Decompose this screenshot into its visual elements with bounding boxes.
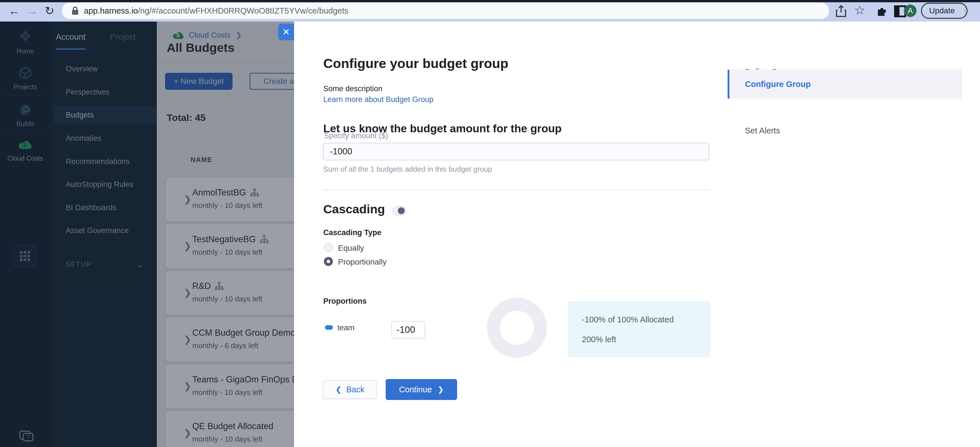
browser-update-button[interactable]: Update ⋮	[921, 3, 967, 19]
toggle-knob	[398, 208, 405, 214]
step-configure-group[interactable]: Configure Group	[745, 79, 811, 89]
share-icon[interactable]	[835, 5, 847, 17]
cascading-toggle[interactable]	[393, 206, 406, 216]
budget-amount-input[interactable]: -1000	[323, 143, 709, 160]
modal-close-button[interactable]: ✕	[278, 24, 294, 40]
back-button[interactable]: ❮Back	[323, 380, 377, 399]
browser-back-icon[interactable]: ←	[8, 4, 20, 17]
section-divider	[323, 190, 709, 190]
allocation-donut-chart	[487, 298, 547, 358]
radio-equally[interactable]	[324, 243, 333, 252]
back-label: Back	[346, 385, 364, 394]
team-proportion-input[interactable]: -100	[391, 321, 425, 339]
update-label: Update	[929, 6, 955, 15]
budget-group-wizard-modal: Configure your budget group Some descrip…	[294, 22, 980, 447]
left-text: 200% left	[582, 335, 616, 344]
active-step-bar	[728, 70, 729, 98]
browser-reload-icon[interactable]: ↻	[45, 4, 54, 17]
browser-forward-icon[interactable]: →	[27, 4, 38, 17]
modal-description: Some description	[323, 84, 383, 93]
lock-icon	[72, 6, 79, 15]
bookmark-star-icon[interactable]: ☆	[854, 3, 865, 17]
url-path: /ng/#/account/wFHXHD0RRQWoO8tIZT5YVw/ce/…	[138, 6, 348, 16]
kebab-menu-icon: ⋮	[961, 9, 969, 13]
screen: ← → ↻ app.harness.io/ng/#/account/wFHXHD…	[0, 0, 980, 447]
learn-more-link[interactable]: Learn more about Budget Group	[323, 95, 434, 104]
url-host: app.harness.io	[84, 6, 138, 16]
chevron-left-icon: ❮	[336, 385, 342, 394]
continue-label: Continue	[399, 385, 432, 394]
step-set-alerts[interactable]: Set Alerts	[745, 126, 780, 135]
modal-title: Configure your budget group	[323, 55, 508, 71]
continue-button[interactable]: Continue❯	[386, 379, 457, 400]
close-icon: ✕	[282, 27, 290, 37]
cascading-heading: Cascading	[323, 202, 385, 216]
team-proportion-value: -100	[396, 324, 415, 335]
modal-backdrop[interactable]	[0, 22, 294, 447]
team-label: team	[337, 323, 355, 332]
allocated-text: -100% of 100% Allocated	[582, 315, 674, 324]
specify-amount-label: Specify amount ($)	[324, 132, 388, 140]
extensions-puzzle-icon[interactable]	[876, 5, 888, 17]
radio-proportionally-label[interactable]: Proportionally	[338, 257, 387, 266]
team-legend-dot	[325, 325, 333, 330]
cascading-type-label: Cascading Type	[323, 228, 382, 237]
budget-amount-value: -1000	[330, 146, 352, 157]
url-bar[interactable]: app.harness.io/ng/#/account/wFHXHD0RRQWo…	[62, 3, 829, 19]
radio-proportionally[interactable]	[324, 257, 333, 266]
browser-chrome: ← → ↻ app.harness.io/ng/#/account/wFHXHD…	[0, 0, 980, 22]
allocation-summary-box	[568, 301, 710, 357]
amount-helper-text: Sum of all the 1 budgets added in this b…	[323, 165, 492, 174]
chevron-right-icon: ❯	[438, 385, 444, 394]
proportions-heading: Proportions	[323, 297, 367, 306]
window-top-strip	[0, 0, 980, 2]
radio-equally-label[interactable]: Equally	[338, 244, 364, 253]
profile-avatar[interactable]: A	[904, 5, 916, 17]
avatar-letter: A	[908, 6, 913, 15]
